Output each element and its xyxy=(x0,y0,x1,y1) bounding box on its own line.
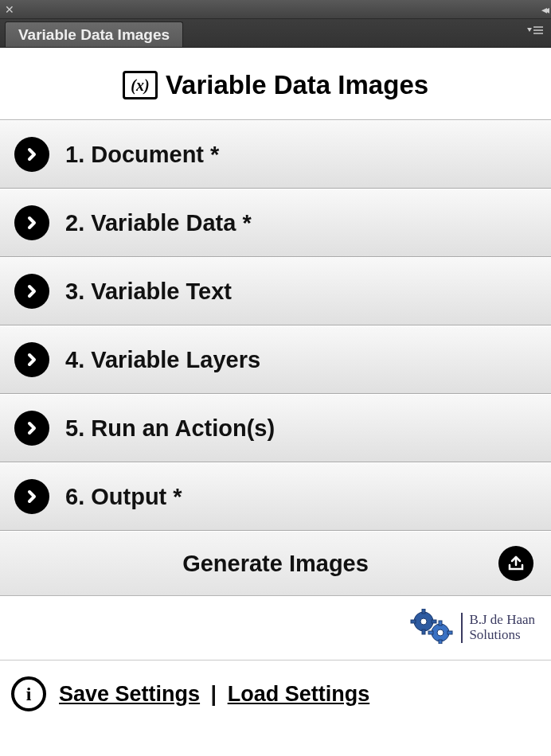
svg-point-5 xyxy=(420,618,427,625)
footer-links: Save Settings | Load Settings xyxy=(59,682,369,707)
accordion: 1. Document * 2. Variable Data * 3. Vari… xyxy=(0,119,551,531)
export-icon xyxy=(498,546,533,581)
svg-rect-15 xyxy=(447,631,452,634)
load-settings-link[interactable]: Load Settings xyxy=(228,682,370,706)
accordion-label: 5. Run an Action(s) xyxy=(65,415,275,442)
panel-menu-icon[interactable] xyxy=(526,25,543,40)
gears-icon xyxy=(410,609,455,647)
svg-rect-7 xyxy=(422,629,425,634)
save-settings-link[interactable]: Save Settings xyxy=(59,682,200,706)
chevron-right-icon xyxy=(14,205,49,240)
chevron-right-icon xyxy=(14,411,49,446)
accordion-item-document[interactable]: 1. Document * xyxy=(0,120,551,189)
close-icon[interactable]: ✕ xyxy=(5,3,14,16)
footer-row: i Save Settings | Load Settings xyxy=(0,661,551,727)
accordion-item-variable-text[interactable]: 3. Variable Text xyxy=(0,257,551,325)
svg-marker-0 xyxy=(527,28,532,32)
svg-rect-8 xyxy=(411,620,416,623)
panel-tabbar: Variable Data Images xyxy=(0,19,551,48)
chevron-right-icon xyxy=(14,342,49,377)
accordion-label: 6. Output * xyxy=(65,484,182,510)
window-titlebar: ✕ ◂◂ xyxy=(0,0,551,19)
svg-rect-13 xyxy=(439,640,442,644)
svg-point-11 xyxy=(437,629,444,636)
svg-rect-9 xyxy=(432,620,436,623)
info-icon[interactable]: i xyxy=(11,676,46,711)
svg-rect-6 xyxy=(422,609,425,614)
accordion-item-variable-data[interactable]: 2. Variable Data * xyxy=(0,189,551,257)
svg-rect-14 xyxy=(428,631,433,634)
accordion-label: 3. Variable Text xyxy=(65,279,232,305)
collapse-icon[interactable]: ◂◂ xyxy=(541,3,546,16)
generate-label: Generate Images xyxy=(182,551,369,577)
accordion-label: 1. Document * xyxy=(65,142,219,168)
vendor-logo: B.J de Haan Solutions xyxy=(0,596,551,661)
footer-separator: | xyxy=(211,682,217,706)
tab-variable-data-images[interactable]: Variable Data Images xyxy=(5,21,183,47)
accordion-item-run-action[interactable]: 5. Run an Action(s) xyxy=(0,394,551,462)
chevron-right-icon xyxy=(14,479,49,514)
svg-rect-12 xyxy=(439,621,442,625)
accordion-item-variable-layers[interactable]: 4. Variable Layers xyxy=(0,325,551,394)
chevron-right-icon xyxy=(14,137,49,172)
accordion-label: 2. Variable Data * xyxy=(65,210,252,236)
accordion-label: 4. Variable Layers xyxy=(65,347,260,373)
chevron-right-icon xyxy=(14,274,49,309)
vendor-name: B.J de Haan Solutions xyxy=(461,613,535,642)
panel-title-row: (x) Variable Data Images xyxy=(0,48,551,119)
accordion-item-output[interactable]: 6. Output * xyxy=(0,462,551,531)
variable-icon: (x) xyxy=(123,71,158,99)
panel-title: Variable Data Images xyxy=(166,70,428,100)
generate-images-button[interactable]: Generate Images xyxy=(0,531,551,596)
tab-label: Variable Data Images xyxy=(18,26,170,44)
